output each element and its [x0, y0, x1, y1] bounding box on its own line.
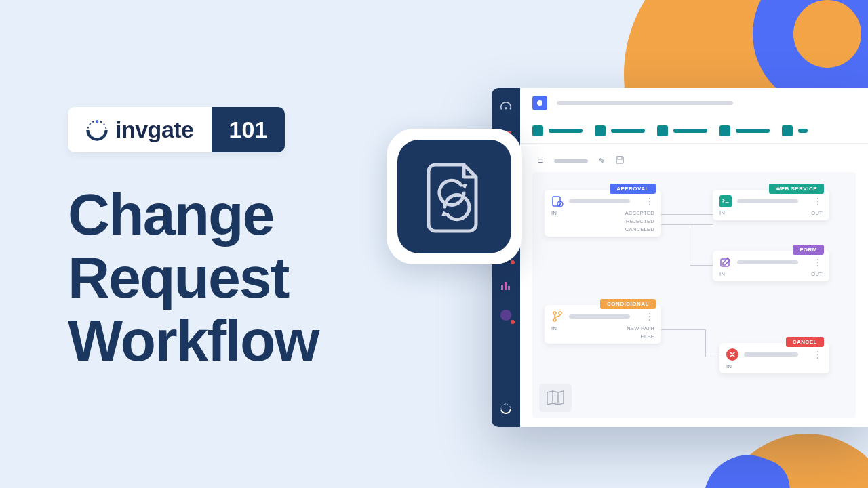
toolbar-line — [554, 159, 588, 163]
svg-point-3 — [505, 107, 507, 110]
brand-left: invgate — [68, 107, 212, 152]
tab-row — [520, 118, 868, 144]
minimap-icon[interactable] — [539, 384, 572, 412]
title-line2: Request — [68, 246, 318, 309]
node-webservice[interactable]: WEB SERVICE ⋮ INOUT — [713, 190, 829, 220]
toolbar-edit-icon[interactable]: ✎ — [599, 157, 605, 165]
tab-2[interactable] — [595, 125, 645, 136]
titlebar-line — [557, 101, 733, 105]
app-titlebar — [520, 88, 868, 118]
node-cancel-menu[interactable]: ⋮ — [813, 349, 823, 360]
sidebar-gauge-icon[interactable] — [498, 99, 513, 114]
toolbar-save-icon[interactable] — [616, 156, 624, 165]
sidebar-globe-icon[interactable] — [498, 308, 513, 323]
approval-icon — [551, 195, 564, 207]
node-approval-menu[interactable]: ⋮ — [645, 196, 654, 207]
brand-badge: invgate 101 — [68, 107, 285, 152]
tab-5[interactable] — [782, 125, 808, 136]
svg-rect-20 — [618, 157, 622, 159]
title-line3: Workflow — [68, 309, 318, 372]
workflow-canvas[interactable]: APPROVAL ⋮ INACCEPTED REJECTED CANCELED … — [532, 172, 856, 418]
brand-badge-number: 101 — [212, 107, 285, 152]
svg-rect-13 — [501, 285, 503, 290]
svg-rect-15 — [508, 286, 510, 290]
app-main: ≡ ✎ APPROVAL — [520, 88, 868, 427]
tab-1[interactable] — [532, 125, 583, 136]
node-conditional[interactable]: CONDICIONAL ⋮ INNEW PATH ELSE — [545, 305, 661, 344]
titlebar-app-icon — [532, 96, 547, 110]
brand-name: invgate — [115, 117, 194, 143]
sidebar-brand-icon[interactable] — [498, 401, 513, 416]
feature-icon — [397, 140, 511, 253]
svg-point-25 — [559, 312, 561, 314]
node-form-menu[interactable]: ⋮ — [813, 257, 823, 268]
node-cancel-tag: CANCEL — [786, 337, 824, 347]
node-approval[interactable]: APPROVAL ⋮ INACCEPTED REJECTED CANCELED — [545, 190, 661, 237]
cancel-icon — [726, 348, 738, 361]
svg-point-2 — [96, 120, 98, 123]
tab-4[interactable] — [719, 125, 770, 136]
terminal-icon — [719, 195, 732, 207]
svg-point-24 — [553, 319, 556, 321]
node-form-tag: FORM — [793, 245, 824, 255]
canvas-toolbar: ≡ ✎ — [520, 149, 868, 172]
node-conditional-tag: CONDICIONAL — [600, 299, 656, 309]
svg-rect-14 — [505, 282, 507, 290]
title-line1: Change — [68, 183, 318, 246]
feature-icon-wrapper — [387, 129, 522, 264]
app-panel: ! i ≡ — [492, 88, 868, 427]
svg-point-16 — [500, 310, 511, 321]
sidebar-chart-icon[interactable] — [498, 278, 513, 293]
node-webservice-tag: WEB SERVICE — [769, 184, 824, 194]
svg-point-23 — [553, 312, 556, 314]
node-conditional-menu[interactable]: ⋮ — [645, 311, 654, 322]
tab-3[interactable] — [657, 125, 707, 136]
node-approval-tag: APPROVAL — [610, 184, 656, 194]
brand-logo-icon — [85, 119, 108, 142]
page-title: Change Request Workflow — [68, 183, 318, 372]
toolbar-menu-icon[interactable]: ≡ — [538, 155, 543, 166]
branch-icon — [551, 310, 564, 323]
node-form[interactable]: FORM ⋮ INOUT — [713, 251, 829, 281]
node-cancel[interactable]: CANCEL ⋮ IN — [719, 343, 829, 373]
node-webservice-menu[interactable]: ⋮ — [813, 196, 823, 207]
form-icon — [719, 256, 732, 268]
